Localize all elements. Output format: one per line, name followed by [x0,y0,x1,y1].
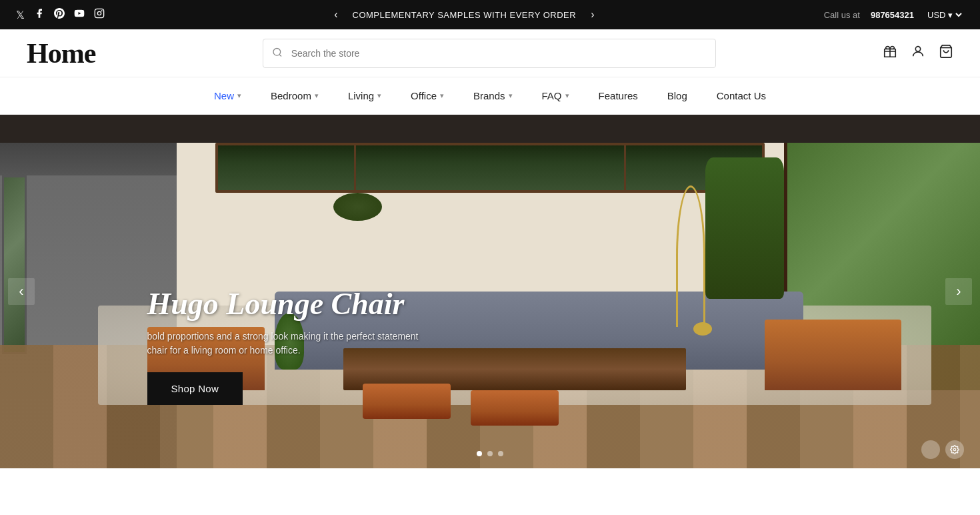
hero-description: bold proportions and a strong look makin… [147,330,427,358]
x-icon[interactable]: 𝕏 [16,9,25,21]
wall-plant [333,193,383,221]
hero-dot-1[interactable] [477,451,482,456]
youtube-icon[interactable] [74,8,85,21]
top-bar-right: Call us at 987654321 USD ▾ EUR ▾ GBP ▾ [824,9,964,21]
hero-section: Hugo Lounge Chair bold proportions and a… [0,115,980,468]
chair-right [765,320,902,390]
main-nav: New ▾ Bedroom ▾ Living ▾ Office ▾ Brands… [0,77,980,115]
chevron-down-icon: ▾ [377,91,381,100]
search-input[interactable] [263,39,716,68]
nav-item-faq[interactable]: FAQ ▾ [527,77,584,115]
svg-point-3 [273,48,281,55]
chevron-down-icon: ▾ [565,91,569,100]
nav-item-contact[interactable]: Contact Us [702,77,781,115]
svg-point-7 [953,448,956,451]
hero-prev-button[interactable]: ‹ [8,278,35,305]
floor-lamp [676,185,705,362]
instagram-icon[interactable] [94,8,105,21]
hero-dot-2[interactable] [487,451,493,456]
user-icon[interactable] [911,44,925,63]
hero-next-button[interactable]: › [945,278,972,305]
shop-now-button[interactable]: Shop Now [147,372,243,405]
promo-text: COMPLEMENTARY SAMPLES WITH EVERY ORDER [353,10,577,20]
door-window [2,175,27,354]
search-container [263,39,716,68]
svg-point-1 [97,11,101,15]
chevron-down-icon: ▾ [237,91,241,100]
promo-next-button[interactable]: › [588,9,597,21]
nav-item-living[interactable]: Living ▾ [333,77,396,115]
chevron-down-icon: ▾ [440,91,444,100]
site-logo[interactable]: Home [27,37,95,69]
nav-item-brands[interactable]: Brands ▾ [459,77,527,115]
header-icons [883,44,953,63]
search-icon [272,47,283,59]
ottoman-right [471,390,559,426]
facebook-icon[interactable] [34,8,45,21]
promo-prev-button[interactable]: ‹ [331,9,340,21]
hero-content: Hugo Lounge Chair bold proportions and a… [147,288,427,405]
hero-settings [921,440,964,459]
nav-item-office[interactable]: Office ▾ [396,77,459,115]
cart-icon[interactable] [939,44,953,63]
chevron-down-icon: ▾ [509,91,513,100]
site-header: Home [0,29,980,77]
hero-dot-3[interactable] [498,451,503,456]
nav-item-blog[interactable]: Blog [653,77,702,115]
gift-icon[interactable] [883,44,897,63]
nav-item-new[interactable]: New ▾ [199,77,256,115]
call-label: Call us at [824,10,860,20]
settings-icon[interactable] [945,440,964,459]
svg-point-5 [915,46,920,51]
svg-rect-0 [95,9,103,17]
social-links: 𝕏 [16,8,105,21]
hero-title: Hugo Lounge Chair [147,288,427,322]
top-bar: 𝕏 ‹ COMPLEMENTARY SAMPLES WITH EVERY ORD… [0,0,980,29]
promo-banner: ‹ COMPLEMENTARY SAMPLES WITH EVERY ORDER… [331,9,597,21]
nav-item-features[interactable]: Features [584,77,653,115]
plant-right [705,157,784,299]
settings-circle-empty[interactable] [921,440,940,459]
phone-number: 987654321 [871,10,914,20]
hero-dots [477,451,503,456]
chevron-down-icon: ▾ [315,91,319,100]
nav-item-bedroom[interactable]: Bedroom ▾ [256,77,333,115]
pinterest-icon[interactable] [54,8,65,21]
currency-selector[interactable]: USD ▾ EUR ▾ GBP ▾ [925,9,964,21]
svg-point-2 [101,10,103,11]
